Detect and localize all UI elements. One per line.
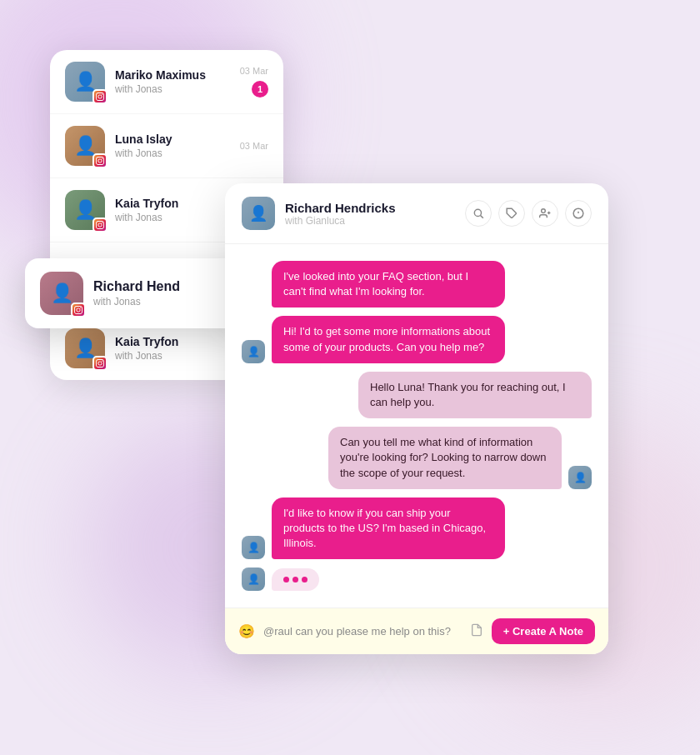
- typing-indicator: [272, 568, 319, 591]
- conv-name-1: Mariko Maximus: [115, 68, 230, 82]
- typing-dot-1: [283, 577, 289, 582]
- conv-info-2: Luna Islay with Jonas: [115, 132, 230, 159]
- selected-conv-info: Richard Hend with Jonas: [93, 279, 235, 308]
- msg-avatar-2: 👤: [242, 340, 265, 363]
- assign-button[interactable]: [532, 200, 558, 227]
- message-row-6-typing: 👤: [242, 568, 592, 591]
- avatar-wrap-2: 👤: [65, 126, 105, 166]
- msg-avatar-4: 👤: [568, 466, 592, 489]
- instagram-badge-2: [92, 153, 108, 168]
- conv-sub-2: with Jonas: [115, 148, 230, 159]
- msg-avatar-6: 👤: [242, 568, 265, 591]
- info-button[interactable]: [565, 200, 592, 227]
- svg-point-0: [474, 209, 481, 216]
- create-note-button[interactable]: + Create A Note: [492, 618, 595, 644]
- message-bubble-2: Hi! I'd to get some more informations ab…: [272, 316, 505, 362]
- avatar-wrap-6: 👤: [65, 328, 105, 368]
- conv-date-1: 03 Mar: [240, 66, 268, 76]
- message-bubble-1: I've looked into your FAQ section, but I…: [272, 261, 505, 308]
- svg-line-1: [481, 216, 483, 218]
- conv-info-1: Mariko Maximus with Jonas: [115, 68, 230, 95]
- instagram-badge-3: [92, 218, 108, 232]
- chat-body: I've looked into your FAQ section, but I…: [225, 244, 608, 608]
- message-row-5: 👤 I'd like to know if you can ship your …: [242, 498, 592, 560]
- chat-panel: 👤 Richard Hendricks with Gianluca: [225, 183, 608, 654]
- selected-name: Richard Hend: [93, 279, 235, 294]
- chat-header: 👤 Richard Hendricks with Gianluca: [225, 183, 608, 244]
- selected-ig-badge: [71, 302, 86, 318]
- message-row-3: Hello Luna! Thank you for reaching out, …: [242, 372, 592, 418]
- unread-badge-1: 1: [252, 81, 268, 98]
- msg-avatar-5: 👤: [242, 536, 265, 559]
- conv-date-2: 03 Mar: [240, 141, 268, 151]
- chat-header-actions: [465, 200, 592, 227]
- search-button[interactable]: [465, 200, 492, 227]
- conv-meta-2: 03 Mar: [240, 141, 268, 151]
- message-row-4: Can you tell me what kind of information…: [242, 427, 592, 489]
- emoji-icon[interactable]: 😊: [238, 623, 255, 639]
- instagram-badge-1: [92, 89, 108, 104]
- selected-sub: with Jonas: [93, 296, 235, 308]
- conversation-item-1[interactable]: 👤 Mariko Maximus with Jonas 03 Mar 1: [50, 50, 283, 114]
- avatar-wrap-1: 👤: [65, 62, 105, 102]
- selected-avatar-wrap: 👤: [40, 272, 83, 315]
- conversation-item-2[interactable]: 👤 Luna Islay with Jonas 03 Mar: [50, 114, 283, 178]
- chat-header-avatar: 👤: [242, 197, 275, 230]
- conv-meta-1: 03 Mar 1: [240, 66, 268, 98]
- tag-button[interactable]: [498, 200, 525, 227]
- attach-icon[interactable]: [470, 623, 483, 640]
- chat-header-info: Richard Hendricks with Gianluca: [285, 201, 455, 227]
- message-bubble-5: I'd like to know if you can ship your pr…: [272, 498, 505, 560]
- chat-footer: 😊 + Create A Note: [225, 608, 608, 654]
- chat-contact-sub: with Gianluca: [285, 215, 455, 227]
- message-bubble-3: Hello Luna! Thank you for reaching out, …: [358, 372, 592, 418]
- message-row-1: I've looked into your FAQ section, but I…: [242, 261, 592, 308]
- avatar-wrap-3: 👤: [65, 190, 105, 230]
- svg-point-3: [542, 209, 546, 213]
- chat-contact-name: Richard Hendricks: [285, 201, 455, 215]
- conv-name-2: Luna Islay: [115, 132, 230, 146]
- conv-sub-1: with Jonas: [115, 83, 230, 95]
- instagram-badge-6: [92, 356, 108, 371]
- typing-dot-2: [292, 577, 298, 582]
- message-row-2: 👤 Hi! I'd to get some more informations …: [242, 316, 592, 362]
- selected-conversation-card[interactable]: 👤 Richard Hend with Jonas: [25, 258, 250, 328]
- message-bubble-4: Can you tell me what kind of information…: [328, 427, 562, 489]
- typing-dot-3: [302, 577, 308, 582]
- message-input[interactable]: [263, 625, 462, 638]
